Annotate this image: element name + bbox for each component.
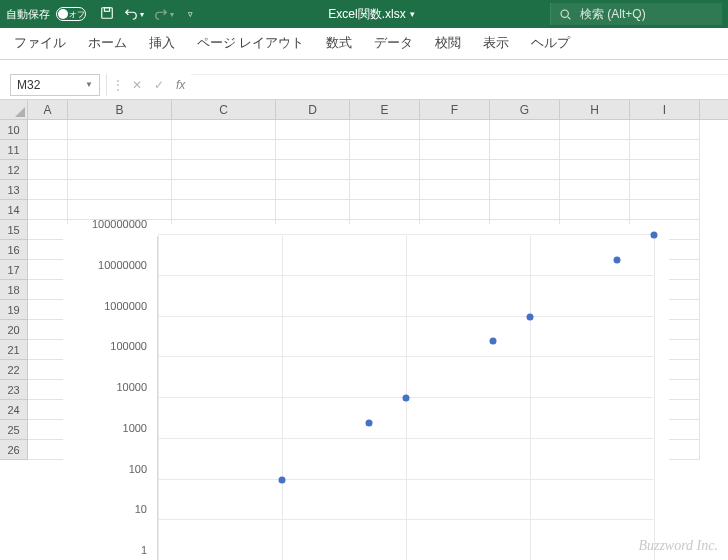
column-header[interactable]: D [276,100,350,119]
cell[interactable] [68,120,172,140]
fx-icon[interactable]: fx [176,78,185,92]
cell[interactable] [490,180,560,200]
cell[interactable] [28,320,68,340]
row-header[interactable]: 11 [0,140,28,160]
row-header[interactable]: 12 [0,160,28,180]
document-title[interactable]: Excel関数.xlsx ▾ [201,6,542,23]
cell[interactable] [276,160,350,180]
row-header[interactable]: 25 [0,420,28,440]
column-header[interactable]: B [68,100,172,119]
row-header[interactable]: 23 [0,380,28,400]
cell[interactable] [28,340,68,360]
cell[interactable] [172,180,276,200]
tab-page-layout[interactable]: ページ レイアウト [197,35,304,52]
cell[interactable] [276,120,350,140]
row-header[interactable]: 24 [0,400,28,420]
embedded-chart[interactable]: 1101001000100001000001000000100000001000… [63,224,669,560]
cell[interactable] [630,120,700,140]
column-header[interactable]: A [28,100,68,119]
cell[interactable] [68,160,172,180]
cell[interactable] [28,420,68,440]
row-header[interactable]: 16 [0,240,28,260]
select-all-corner[interactable] [0,100,28,119]
cell[interactable] [172,200,276,220]
cell[interactable] [28,440,68,460]
cell[interactable] [28,360,68,380]
cell[interactable] [172,160,276,180]
cell[interactable] [68,140,172,160]
column-header[interactable]: C [172,100,276,119]
cell[interactable] [490,200,560,220]
row-header[interactable]: 26 [0,440,28,460]
tab-data[interactable]: データ [374,35,413,52]
row-header[interactable]: 14 [0,200,28,220]
row-header[interactable]: 13 [0,180,28,200]
cell[interactable] [490,160,560,180]
cell[interactable] [420,120,490,140]
cell[interactable] [68,180,172,200]
cell[interactable] [172,120,276,140]
cell[interactable] [630,140,700,160]
tab-formulas[interactable]: 数式 [326,35,352,52]
autosave-toggle[interactable]: 自動保存 オフ [6,7,86,22]
enter-icon[interactable]: ✓ [154,78,164,92]
cell[interactable] [28,240,68,260]
row-header[interactable]: 19 [0,300,28,320]
cell[interactable] [420,160,490,180]
cell[interactable] [68,200,172,220]
search-box[interactable]: 検索 (Alt+Q) [550,3,722,25]
cell[interactable] [28,120,68,140]
cell[interactable] [350,180,420,200]
cell[interactable] [350,120,420,140]
save-icon[interactable] [100,6,114,23]
column-header[interactable]: H [560,100,630,119]
qat-customize-icon[interactable]: ▿ [188,9,193,19]
cell[interactable] [560,140,630,160]
tab-help[interactable]: ヘルプ [531,35,570,52]
cell[interactable] [420,180,490,200]
tab-insert[interactable]: 挿入 [149,35,175,52]
cell[interactable] [420,140,490,160]
undo-button[interactable]: ▾ [124,7,144,21]
cell[interactable] [276,180,350,200]
cell[interactable] [490,120,560,140]
column-header[interactable]: G [490,100,560,119]
row-header[interactable]: 22 [0,360,28,380]
cell[interactable] [28,200,68,220]
row-header[interactable]: 21 [0,340,28,360]
row-header[interactable]: 18 [0,280,28,300]
column-header[interactable]: I [630,100,700,119]
worksheet[interactable]: ABCDEFGHI 101112131415161718192021222324… [0,100,728,460]
cell[interactable] [28,140,68,160]
tab-view[interactable]: 表示 [483,35,509,52]
cell[interactable] [276,200,350,220]
row-header[interactable]: 17 [0,260,28,280]
cell[interactable] [630,200,700,220]
cell[interactable] [28,400,68,420]
cell[interactable] [560,180,630,200]
cell[interactable] [560,160,630,180]
cell[interactable] [350,140,420,160]
cell[interactable] [630,160,700,180]
cell[interactable] [28,160,68,180]
toggle-switch[interactable]: オフ [56,7,86,21]
cell[interactable] [28,300,68,320]
cell[interactable] [560,120,630,140]
name-box[interactable]: M32 ▼ [10,74,100,96]
cell[interactable] [420,200,490,220]
tab-file[interactable]: ファイル [14,35,66,52]
row-header[interactable]: 15 [0,220,28,240]
row-header[interactable]: 20 [0,320,28,340]
cell[interactable] [350,200,420,220]
cell[interactable] [560,200,630,220]
row-header[interactable]: 10 [0,120,28,140]
cell[interactable] [630,180,700,200]
cell[interactable] [28,260,68,280]
cell[interactable] [28,220,68,240]
cell[interactable] [350,160,420,180]
cell[interactable] [276,140,350,160]
cell[interactable] [172,140,276,160]
cell[interactable] [28,180,68,200]
cell[interactable] [490,140,560,160]
tab-home[interactable]: ホーム [88,35,127,52]
